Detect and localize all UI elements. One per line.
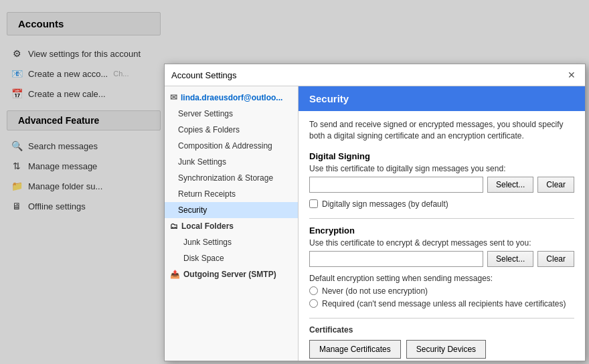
manage-certificates-button[interactable]: Manage Certificates	[309, 340, 401, 359]
radio-required-row: Required (can't send message unless all …	[309, 299, 574, 308]
nav-account-email: linda.draeusdorf@outloo...	[181, 93, 282, 102]
digital-signing-select-button[interactable]: Select...	[487, 177, 533, 193]
security-devices-button[interactable]: Security Devices	[406, 340, 486, 359]
content-body: To send and receive signed or encrypted …	[299, 111, 585, 361]
encryption-label: Use this certificate to encrypt & decryp…	[309, 238, 574, 248]
main-panel: Accounts ⚙ View settings for this accoun…	[0, 0, 589, 364]
email-icon: ✉	[170, 92, 177, 102]
radio-required[interactable]	[309, 299, 318, 308]
encryption-radio-group: Never (do not use encryption) Required (…	[309, 286, 574, 308]
local-folder-icon: 🗂	[170, 221, 178, 231]
nav-item-server-settings[interactable]: Server Settings	[165, 106, 298, 122]
dialog-nav: ✉ linda.draeusdorf@outloo... Server Sett…	[165, 86, 299, 361]
account-settings-dialog: Account Settings ✕ ✉ linda.draeusdorf@ou…	[164, 64, 586, 361]
radio-never-row: Never (do not use encryption)	[309, 286, 574, 296]
nav-item-junk[interactable]: Junk Settings	[165, 154, 298, 170]
digital-signing-checkbox-label: Digitally sign messages (by default)	[322, 199, 448, 209]
divider	[309, 218, 574, 219]
nav-account-item[interactable]: ✉ linda.draeusdorf@outloo...	[165, 89, 298, 106]
radio-never[interactable]	[309, 286, 318, 295]
nav-item-sync-storage[interactable]: Synchronization & Storage	[165, 170, 298, 186]
close-button[interactable]: ✕	[565, 68, 578, 82]
dialog-body: ✉ linda.draeusdorf@outloo... Server Sett…	[165, 86, 585, 361]
encryption-title: Encryption	[309, 225, 574, 236]
dialog-titlebar: Account Settings ✕	[165, 64, 585, 86]
content-header: Security	[299, 86, 585, 111]
digital-signing-label: Use this certificate to digitally sign m…	[309, 164, 574, 173]
nav-item-disk-space[interactable]: Disk Space	[165, 250, 298, 266]
certificates-buttons: Manage Certificates Security Devices	[309, 340, 574, 359]
encryption-input[interactable]	[309, 251, 483, 267]
certificates-title: Certificates	[309, 325, 574, 335]
digital-signing-checkbox[interactable]	[309, 199, 318, 208]
radio-never-label: Never (do not use encryption)	[322, 286, 428, 296]
digital-signing-input[interactable]	[309, 177, 483, 193]
encryption-default-label: Default encryption setting when sending …	[309, 274, 574, 283]
content-description: To send and receive signed or encrypted …	[309, 119, 574, 142]
dialog-content: Security To send and receive signed or e…	[299, 86, 585, 361]
nav-item-return-receipts[interactable]: Return Receipts	[165, 186, 298, 202]
digital-signing-clear-button[interactable]: Clear	[537, 177, 574, 193]
nav-local-folders[interactable]: 🗂 Local Folders	[165, 218, 298, 234]
radio-required-label: Required (can't send message unless all …	[322, 299, 566, 308]
nav-item-local-junk[interactable]: Junk Settings	[165, 234, 298, 250]
digital-signing-checkbox-row: Digitally sign messages (by default)	[309, 199, 574, 209]
nav-item-composition[interactable]: Composition & Addressing	[165, 138, 298, 154]
nav-item-security[interactable]: Security	[165, 202, 298, 218]
smtp-icon: 📤	[170, 270, 180, 279]
digital-signing-cert-row: Select... Clear	[309, 177, 574, 193]
dialog-title: Account Settings	[171, 70, 237, 80]
divider2	[309, 318, 574, 318]
encryption-select-button[interactable]: Select...	[487, 251, 533, 267]
digital-signing-title: Digital Signing	[309, 151, 574, 161]
encryption-clear-button[interactable]: Clear	[537, 251, 574, 267]
nav-item-copies-folders[interactable]: Copies & Folders	[165, 122, 298, 138]
nav-outgoing-server[interactable]: 📤 Outgoing Server (SMTP)	[165, 266, 298, 282]
encryption-cert-row: Select... Clear	[309, 251, 574, 267]
